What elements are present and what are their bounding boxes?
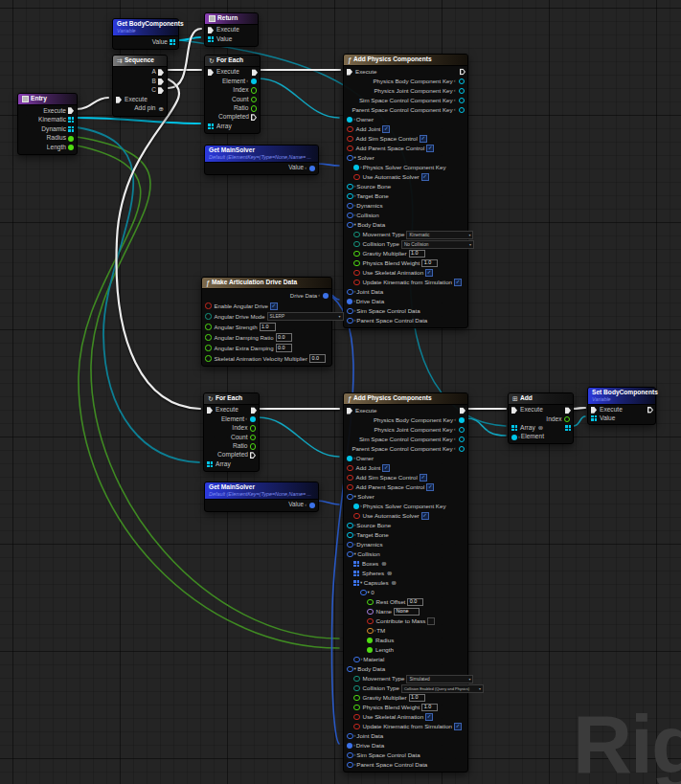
expand-chevron-icon[interactable]: › xyxy=(354,203,356,209)
execute-pin[interactable] xyxy=(116,97,122,103)
node-header[interactable]: Return xyxy=(205,13,258,25)
source-bone-pin[interactable] xyxy=(347,523,353,529)
index-pin-out[interactable] xyxy=(251,87,258,94)
drive-data-pin[interactable] xyxy=(347,743,352,749)
owner-pin[interactable] xyxy=(347,117,352,123)
parent-space-control-component-key-pin-out[interactable] xyxy=(459,107,465,114)
angular-drive-mode-pin[interactable] xyxy=(205,313,212,320)
node-add[interactable]: ⊞AddExecuteIndexArray⊗›Element xyxy=(508,392,574,444)
add-sim-space-control-pin[interactable] xyxy=(347,136,353,143)
execute-pin[interactable] xyxy=(207,407,213,414)
rest-offset-input[interactable]: 0.0 xyxy=(407,598,423,607)
length-pin[interactable] xyxy=(367,647,373,653)
node-sequence[interactable]: ⇉SequenceABCExecuteAdd pin⊕ xyxy=(112,55,168,117)
array-pin[interactable] xyxy=(208,123,214,129)
collapse-caret-icon[interactable]: ▾ xyxy=(368,591,370,595)
name-input[interactable]: None xyxy=(394,608,420,616)
expand-chevron-icon[interactable]: ‹ xyxy=(305,166,306,171)
expand-chevron-icon[interactable]: › xyxy=(354,184,356,190)
execute-pin-out[interactable] xyxy=(565,407,571,414)
wire-get-main-solver-bottom-value-to-add-physics-components-bottom-physics-solver-component-key[interactable] xyxy=(316,501,339,504)
body-data-pin[interactable] xyxy=(347,666,353,673)
expand-chevron-icon[interactable]: › xyxy=(375,628,376,634)
length-pin-out[interactable] xyxy=(68,145,74,150)
execute-pin-out[interactable] xyxy=(252,69,258,76)
value-pin[interactable] xyxy=(208,36,214,42)
expand-chevron-icon[interactable]: ‹ xyxy=(454,446,456,452)
physics-blend-weight-pin[interactable] xyxy=(353,260,360,267)
wire-add-execute-to-set-body-components-execute[interactable] xyxy=(572,408,585,409)
skeletal-animation-velocity-multiplier-pin[interactable] xyxy=(205,355,212,362)
expand-chevron-icon[interactable]: › xyxy=(354,542,356,548)
node-header[interactable]: Set BodyComponentsVariable xyxy=(588,388,655,405)
node-header[interactable]: ↻For Each xyxy=(204,393,259,405)
use-automatic-solver-checkbox[interactable]: ✓ xyxy=(421,173,429,181)
node-header[interactable]: ƒAdd Physics Components xyxy=(344,393,467,405)
add-pin-icon[interactable]: ⊕ xyxy=(159,106,164,113)
add-parent-space-control-pin[interactable] xyxy=(347,484,353,491)
parent-space-control-component-key-pin-out[interactable] xyxy=(459,446,465,453)
expand-chevron-icon[interactable]: › xyxy=(360,504,362,509)
array-pin-out[interactable] xyxy=(565,425,571,431)
execute-pin-out[interactable] xyxy=(68,107,74,114)
expand-chevron-icon[interactable]: › xyxy=(354,532,356,538)
array-pin[interactable] xyxy=(511,425,517,431)
execute-pin[interactable] xyxy=(591,407,597,414)
owner-pin[interactable] xyxy=(347,456,352,461)
wire-add-array-to-set-body-components-value[interactable] xyxy=(574,416,585,426)
movement-type-pin[interactable] xyxy=(353,676,360,683)
add-parent-space-control-checkbox[interactable]: ✓ xyxy=(426,145,434,152)
wire-entry-radius-to-add-physics-components-bottom-radius[interactable] xyxy=(77,137,339,638)
contribute-to-mass-pin[interactable] xyxy=(367,618,374,625)
use-skeletal-animation-pin[interactable] xyxy=(353,714,360,721)
material-pin[interactable] xyxy=(353,657,360,663)
collapse-caret-icon[interactable]: ▾ xyxy=(354,156,356,161)
b-pin-out[interactable] xyxy=(158,78,164,85)
wire-entry-kinematic-to-for-each-top-array[interactable] xyxy=(77,118,200,123)
movement-type-pin[interactable] xyxy=(353,232,360,238)
expand-chevron-icon[interactable]: › xyxy=(353,743,355,749)
angular-damping-ratio-pin[interactable] xyxy=(205,334,212,341)
collapse-caret-icon[interactable]: ▾ xyxy=(354,223,356,228)
expand-chevron-icon[interactable]: › xyxy=(354,733,356,739)
collision-pin[interactable] xyxy=(347,551,353,558)
expand-chevron-icon[interactable]: › xyxy=(354,523,356,528)
expand-chevron-icon[interactable]: ‹ xyxy=(246,78,248,84)
collision-pin[interactable] xyxy=(347,213,353,219)
angular-extra-damping-input[interactable]: 0.0 xyxy=(276,344,292,352)
expand-chevron-icon[interactable]: ‹ xyxy=(454,427,456,433)
movement-type-dropdown[interactable]: Kinematic▾ xyxy=(406,231,473,239)
angular-strength-input[interactable]: 1.0 xyxy=(260,323,276,331)
dynamics-pin[interactable] xyxy=(347,203,353,210)
expand-chevron-icon[interactable]: ‹ xyxy=(454,417,456,423)
boxes-pin[interactable] xyxy=(353,561,359,567)
node-header[interactable]: ⊞Add xyxy=(509,393,573,405)
use-skeletal-animation-checkbox[interactable]: ✓ xyxy=(425,269,433,277)
expand-chevron-icon[interactable]: › xyxy=(354,193,356,199)
expand-chevron-icon[interactable]: › xyxy=(354,289,356,295)
execute-pin-out[interactable] xyxy=(647,407,653,414)
update-kinematic-from-simulation-checkbox[interactable]: ✓ xyxy=(454,279,462,286)
target-bone-pin[interactable] xyxy=(347,532,353,539)
node-header[interactable]: ƒMake Articulation Drive Data xyxy=(202,278,331,289)
name-pin[interactable] xyxy=(367,609,374,616)
node-get-main-solver-top[interactable]: Get MainSolverDefault (ElementKey=(Type=… xyxy=(204,145,319,175)
angular-extra-damping-pin[interactable] xyxy=(205,345,212,351)
node-header[interactable]: Get MainSolverDefault (ElementKey=(Type=… xyxy=(205,482,318,500)
contribute-to-mass-checkbox[interactable] xyxy=(427,617,435,625)
node-get-main-solver-bottom[interactable]: Get MainSolverDefault (ElementKey=(Type=… xyxy=(204,482,319,512)
value-pin-out[interactable] xyxy=(309,503,315,508)
add-joint-pin[interactable] xyxy=(347,465,353,472)
physics-body-component-key-pin-out[interactable] xyxy=(459,417,465,423)
movement-type-dropdown[interactable]: Simulated▾ xyxy=(406,675,473,683)
capsules-pin[interactable] xyxy=(353,580,359,586)
add-sim-space-control-checkbox[interactable]: ✓ xyxy=(420,135,427,143)
collision-type-dropdown[interactable]: Collision Enabled (Query and Physics)▾ xyxy=(401,684,484,693)
expand-chevron-icon[interactable]: › xyxy=(518,435,520,440)
expand-chevron-icon[interactable]: ‹ xyxy=(305,503,306,508)
gravity-multiplier-pin[interactable] xyxy=(353,251,360,258)
collapse-caret-icon[interactable]: ▾ xyxy=(354,495,356,500)
execute-pin-out[interactable] xyxy=(460,69,465,76)
ratio-pin-out[interactable] xyxy=(250,443,257,450)
add-joint-pin[interactable] xyxy=(347,126,353,133)
